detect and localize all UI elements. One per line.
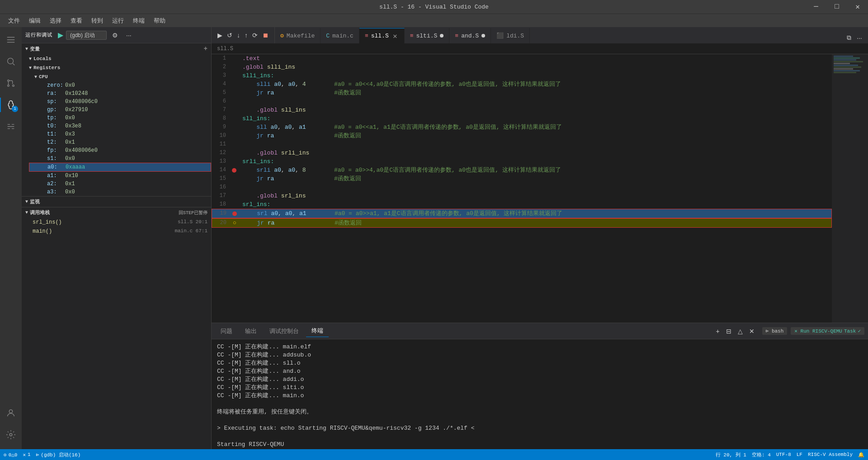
reg-t0[interactable]: t0:0x3e8 bbox=[29, 122, 211, 130]
reg-gp[interactable]: gp:0x27910 bbox=[29, 106, 211, 114]
debug-step-over-button[interactable]: ↺ bbox=[225, 30, 235, 41]
debug-restart-button[interactable]: ⟳ bbox=[250, 30, 260, 41]
reg-ra[interactable]: ra:0x10248 bbox=[29, 89, 211, 98]
locals-header[interactable]: ▼ Locals bbox=[25, 54, 211, 63]
terminal-maximize-button[interactable]: △ bbox=[736, 326, 745, 337]
menu-terminal[interactable]: 终端 bbox=[129, 15, 148, 27]
tab-mainc[interactable]: C main.c bbox=[321, 28, 359, 43]
code-line-18: 18 srl_ins: bbox=[212, 200, 832, 209]
reg-t2[interactable]: t2:0x1 bbox=[29, 138, 211, 146]
tab-label-sltis: slti.S bbox=[416, 33, 438, 39]
activity-extensions[interactable] bbox=[0, 116, 22, 137]
reg-tp[interactable]: tp:0x0 bbox=[29, 114, 211, 122]
registers-header[interactable]: ▼ Registers bbox=[25, 63, 211, 72]
status-language[interactable]: RISC-V Assembly bbox=[808, 451, 853, 458]
cpu-chevron: ▼ bbox=[34, 75, 37, 80]
debug-continue-button[interactable]: ▶ bbox=[215, 30, 225, 41]
tab-icon-sltis: ≡ bbox=[410, 33, 414, 39]
menu-file[interactable]: 文件 bbox=[5, 15, 24, 27]
activity-explorer[interactable] bbox=[0, 29, 22, 51]
status-cursor[interactable]: 行 20, 列 1 bbox=[716, 451, 746, 458]
menu-goto[interactable]: 转到 bbox=[88, 15, 107, 27]
status-notification[interactable]: 🔔 bbox=[858, 451, 864, 458]
tab-icon-ldis: ⬛ bbox=[496, 32, 504, 39]
terminal-riscv-label[interactable]: ✕ Run RISCV-QEMU Task ✓ bbox=[791, 327, 864, 335]
menu-help[interactable]: 帮助 bbox=[150, 15, 169, 27]
reg-fp[interactable]: fp:0x408006e0 bbox=[29, 146, 211, 155]
debug-more-button[interactable]: ··· bbox=[123, 30, 134, 41]
terminal-split-button[interactable]: ⊟ bbox=[724, 326, 734, 337]
tab-sltis[interactable]: ≡ slti.S bbox=[405, 28, 450, 43]
code-editor[interactable]: 1 .text 2 .globl slli_ins 3 slli_ins: bbox=[212, 54, 832, 323]
menu-select[interactable]: 选择 bbox=[46, 15, 65, 27]
status-debug-session[interactable]: ⊳ (gdb) 启动(16) bbox=[36, 451, 81, 458]
term-line-8 bbox=[217, 400, 863, 408]
variables-add-icon[interactable]: + bbox=[204, 45, 208, 52]
callstack-frame-0[interactable]: srl_ins() sll.S 20:1 bbox=[22, 218, 211, 227]
status-warnings[interactable]: ✕ 1 bbox=[23, 452, 30, 458]
code-line-4: 4 slli a0, a0, 4 #a0 = a0<<4,a0是C语言调用者传递… bbox=[212, 80, 832, 89]
activity-git[interactable] bbox=[0, 72, 22, 94]
debug-settings-button[interactable]: ⚙ bbox=[109, 30, 121, 41]
cpu-header[interactable]: ▼ CPU bbox=[29, 72, 211, 81]
terminal-bash-label[interactable]: ⊳ bash bbox=[762, 327, 788, 335]
callstack-status: 回STEP已暂停 bbox=[179, 210, 208, 216]
status-eol[interactable]: LF bbox=[797, 451, 802, 458]
tab-ands[interactable]: ≡ and.S bbox=[449, 28, 491, 43]
callstack-header[interactable]: ▼ 调用堆栈 回STEP已暂停 bbox=[22, 207, 211, 218]
reg-a1[interactable]: a1:0x10 bbox=[29, 172, 211, 180]
svg-point-0 bbox=[8, 58, 14, 64]
maximize-button[interactable]: □ bbox=[826, 0, 847, 14]
more-actions-button[interactable]: ··· bbox=[854, 33, 864, 43]
tab-slls[interactable]: ≡ sll.S ✕ bbox=[359, 28, 405, 43]
term-tab-debugconsole[interactable]: 调试控制台 bbox=[264, 325, 304, 337]
reg-t1[interactable]: t1:0x3 bbox=[29, 130, 211, 138]
registers-chevron: ▼ bbox=[29, 66, 32, 70]
debug-step-into-button[interactable]: ↓ bbox=[235, 30, 242, 41]
editor-body: 1 .text 2 .globl slli_ins 3 slli_ins: bbox=[212, 54, 868, 323]
breakpoint-19[interactable] bbox=[232, 211, 237, 216]
variables-header[interactable]: ▼ 变量 + bbox=[22, 43, 211, 54]
terminal-close-button[interactable]: ✕ bbox=[747, 326, 757, 337]
callstack-frame-1[interactable]: main() main.c 67:1 bbox=[22, 227, 211, 236]
breadcrumb-file[interactable]: sll.S bbox=[217, 46, 233, 52]
term-line-5: CC -[M] 正在构建... addi.o bbox=[217, 376, 863, 384]
close-button[interactable]: ✕ bbox=[847, 0, 868, 14]
watch-header[interactable]: ▼ 监视 bbox=[22, 197, 211, 207]
tab-makefile[interactable]: ⚙ Makefile bbox=[275, 28, 321, 43]
code-line-14: 14 srli a0, a0, 8 #a0 = a0>>4,a0是C语言调用者传… bbox=[212, 166, 832, 174]
reg-zero[interactable]: zero:0x0 bbox=[29, 81, 211, 89]
menu-view[interactable]: 查看 bbox=[67, 15, 86, 27]
term-line-12 bbox=[217, 432, 863, 441]
split-editor-button[interactable]: ⧉ bbox=[844, 32, 854, 43]
term-tab-output[interactable]: 输出 bbox=[240, 325, 262, 337]
activity-debug[interactable]: 1 bbox=[0, 94, 22, 116]
menu-run[interactable]: 运行 bbox=[108, 15, 127, 27]
status-errors[interactable]: ⊙ 0△0 bbox=[4, 452, 17, 458]
term-tab-terminal[interactable]: 终端 bbox=[306, 325, 329, 337]
reg-s1[interactable]: s1:0x0 bbox=[29, 155, 211, 163]
activity-search[interactable] bbox=[0, 51, 22, 72]
menu-edit[interactable]: 编辑 bbox=[25, 15, 44, 27]
debug-play-button[interactable]: ▶ bbox=[58, 31, 63, 39]
term-tab-problems[interactable]: 问题 bbox=[215, 325, 238, 337]
debug-stop-button[interactable]: ⏹ bbox=[260, 30, 271, 41]
breakpoint-14[interactable] bbox=[232, 168, 236, 173]
svg-point-5 bbox=[9, 433, 12, 436]
reg-a2[interactable]: a2:0x1 bbox=[29, 180, 211, 188]
debug-step-out-button[interactable]: ↑ bbox=[242, 30, 250, 41]
status-indent[interactable]: 空格: 4 bbox=[752, 451, 771, 458]
tab-close-slls[interactable]: ✕ bbox=[392, 33, 399, 40]
reg-a3[interactable]: a3:0x0 bbox=[29, 188, 211, 196]
activity-settings[interactable] bbox=[0, 424, 22, 446]
reg-a0[interactable]: a0:0xaaaa bbox=[29, 163, 211, 172]
minimize-button[interactable]: ─ bbox=[806, 0, 826, 14]
reg-sp[interactable]: sp:0x408006c0 bbox=[29, 98, 211, 106]
terminal-content: CC -[M] 正在构建... main.elf CC -[M] 正在构建...… bbox=[212, 339, 868, 449]
debug-config-select[interactable]: (gdb) 启动 bbox=[66, 31, 107, 40]
terminal-add-button[interactable]: + bbox=[714, 326, 722, 337]
error-icon: ⊙ bbox=[4, 452, 7, 458]
activity-account[interactable] bbox=[0, 402, 22, 424]
tab-ldis[interactable]: ⬛ ldi.S bbox=[491, 28, 530, 43]
status-encoding[interactable]: UTF-8 bbox=[776, 451, 791, 458]
